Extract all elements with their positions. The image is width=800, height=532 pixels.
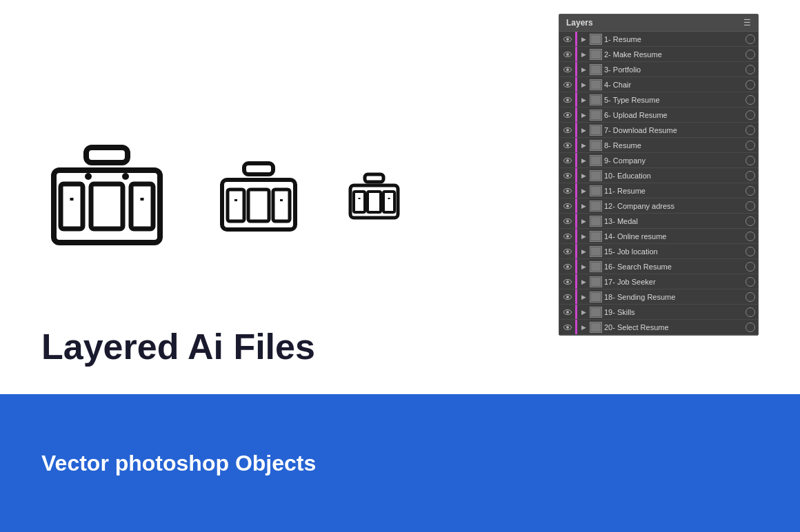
layer-options-circle[interactable] (746, 247, 755, 256)
layer-visibility-icon[interactable] (562, 94, 573, 105)
layer-row[interactable]: ▶ 11- Resume (559, 183, 758, 198)
layer-expand-icon[interactable]: ▶ (579, 81, 588, 89)
layer-visibility-icon[interactable] (562, 276, 573, 287)
layer-visibility-icon[interactable] (562, 110, 573, 121)
svg-rect-0 (86, 147, 128, 163)
layer-row[interactable]: ▶ 2- Make Resume (559, 47, 758, 62)
layer-options-circle[interactable] (746, 125, 755, 135)
svg-rect-1 (54, 170, 160, 243)
layer-visibility-icon[interactable] (562, 170, 573, 181)
layer-row[interactable]: ▶ 12- Company adress (559, 198, 758, 214)
layer-expand-icon[interactable]: ▶ (579, 308, 588, 316)
svg-rect-16 (365, 174, 383, 182)
layer-visibility-icon[interactable] (562, 216, 573, 227)
layer-expand-icon[interactable]: ▶ (579, 323, 588, 331)
layer-visibility-icon[interactable] (562, 140, 573, 151)
layer-row[interactable]: ▶ 9- Company (559, 153, 758, 168)
layer-expand-icon[interactable]: ▶ (579, 217, 588, 225)
layer-row[interactable]: ▶ 13- Medal (559, 214, 758, 229)
layer-options-circle[interactable] (746, 277, 755, 287)
layer-row[interactable]: ▶ 16- Search Resume (559, 259, 758, 274)
layer-row[interactable]: ▶ 17- Job Seeker (559, 274, 758, 289)
layer-expand-icon[interactable]: ▶ (579, 111, 588, 119)
layer-expand-icon[interactable]: ▶ (579, 156, 588, 165)
layer-expand-icon[interactable]: ▶ (579, 141, 588, 150)
layer-visibility-icon[interactable] (562, 307, 573, 318)
layer-visibility-icon[interactable] (562, 231, 573, 242)
layer-expand-icon[interactable]: ▶ (579, 65, 588, 74)
layer-expand-icon[interactable]: ▶ (579, 247, 588, 256)
layer-visibility-icon[interactable] (562, 185, 573, 196)
layer-expand-icon[interactable]: ▶ (579, 202, 588, 210)
layer-row[interactable]: ▶ 20- Select Resume (559, 320, 758, 335)
layer-options-circle[interactable] (746, 186, 755, 196)
layer-row[interactable]: ▶ 5- Type Resume (559, 92, 758, 108)
layer-visibility-icon[interactable] (562, 322, 573, 333)
svg-rect-13 (248, 190, 269, 221)
layer-options-circle[interactable] (746, 156, 755, 165)
layer-options-circle[interactable] (746, 216, 755, 226)
layer-expand-icon[interactable]: ▶ (579, 232, 588, 241)
layer-options-circle[interactable] (746, 292, 755, 302)
layer-expand-icon[interactable]: ▶ (579, 172, 588, 180)
svg-point-24 (566, 38, 569, 41)
layer-row[interactable]: ▶ 4- Chair (559, 77, 758, 92)
layer-thumbnail (590, 307, 602, 318)
layer-name: 5- Type Resume (604, 96, 743, 104)
layers-panel[interactable]: Layers ☰ ▶ 1- Resume (559, 14, 759, 336)
svg-rect-3 (131, 184, 153, 229)
layer-row[interactable]: ▶ 1- Resume (559, 32, 758, 47)
layer-visibility-icon[interactable] (562, 64, 573, 75)
layer-expand-icon[interactable]: ▶ (579, 293, 588, 301)
layer-expand-icon[interactable]: ▶ (579, 50, 588, 59)
layer-row[interactable]: ▶ 18- Sending Resume (559, 289, 758, 305)
layer-row[interactable]: ▶ 14- Online resume (559, 229, 758, 244)
layer-options-circle[interactable] (746, 307, 755, 317)
layer-color-bar (575, 229, 577, 243)
layer-options-circle[interactable] (746, 232, 755, 241)
layer-options-circle[interactable] (746, 80, 755, 90)
layer-visibility-icon[interactable] (562, 155, 573, 166)
layer-options-circle[interactable] (746, 171, 755, 181)
layer-options-circle[interactable] (746, 110, 755, 120)
layer-expand-icon[interactable]: ▶ (579, 278, 588, 286)
layer-options-circle[interactable] (746, 50, 755, 59)
layer-expand-icon[interactable]: ▶ (579, 126, 588, 134)
layer-row[interactable]: ▶ 7- Download Resume (559, 123, 758, 138)
layer-visibility-icon[interactable] (562, 261, 573, 272)
layer-options-circle[interactable] (746, 323, 755, 332)
layer-visibility-icon[interactable] (562, 79, 573, 90)
layer-options-circle[interactable] (746, 201, 755, 211)
layer-color-bar (575, 214, 577, 228)
layer-thumbnail (590, 246, 602, 257)
layer-expand-icon[interactable]: ▶ (579, 187, 588, 195)
layer-options-circle[interactable] (746, 262, 755, 272)
layer-visibility-icon[interactable] (562, 34, 573, 45)
layer-color-bar (575, 168, 577, 183)
layer-options-circle[interactable] (746, 141, 755, 150)
layer-thumbnail (590, 276, 602, 287)
layer-options-circle[interactable] (746, 95, 755, 105)
layer-row[interactable]: ▶ 10- Education (559, 168, 758, 183)
layer-options-circle[interactable] (746, 65, 755, 74)
layer-visibility-icon[interactable] (562, 49, 573, 60)
layer-name: 11- Resume (604, 187, 743, 195)
layer-visibility-icon[interactable] (562, 246, 573, 257)
layer-expand-icon[interactable]: ▶ (579, 263, 588, 271)
layers-menu-icon[interactable]: ☰ (743, 18, 751, 28)
layer-name: 12- Company adress (604, 202, 743, 210)
layer-visibility-icon[interactable] (562, 125, 573, 136)
layer-visibility-icon[interactable] (562, 201, 573, 212)
layer-row[interactable]: ▶ 15- Job location (559, 244, 758, 259)
layer-row[interactable]: ▶ 6- Upload Resume (559, 108, 758, 123)
layer-expand-icon[interactable]: ▶ (579, 35, 588, 43)
svg-point-50 (566, 235, 569, 238)
layer-thumbnail (590, 79, 602, 90)
layer-expand-icon[interactable]: ▶ (579, 96, 588, 104)
layer-row[interactable]: ▶ 19- Skills (559, 305, 758, 320)
layer-row[interactable]: ▶ 3- Portfolio (559, 62, 758, 77)
layer-options-circle[interactable] (746, 34, 755, 44)
layer-thumbnail (590, 64, 602, 75)
layer-visibility-icon[interactable] (562, 291, 573, 303)
layer-row[interactable]: ▶ 8- Resume (559, 138, 758, 153)
